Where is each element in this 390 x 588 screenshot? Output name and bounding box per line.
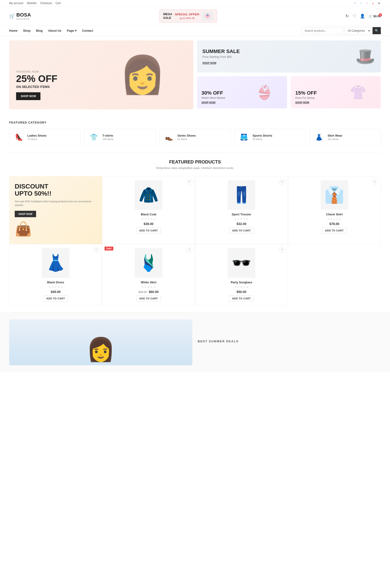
star-2: ★ [237, 217, 240, 221]
black-dress-wishlist-button[interactable]: ♡ [93, 247, 99, 253]
discount-title: DISCOUNTUPTO 50%!! [15, 183, 51, 197]
party-sunglass-add-to-cart-button[interactable]: ADD TO CART [229, 296, 254, 302]
black-coat-name: Black Coat [141, 213, 156, 216]
hero-section: 👩 TRENDING NOW 25% OFF ON SELECTED ITEMS… [0, 36, 390, 114]
discount-shop-button[interactable]: SHOP NOW [15, 211, 36, 217]
featured-products-subtitle: Temporibus class voluptatibus quae, Inte… [9, 166, 381, 170]
star-5: ★ [153, 217, 156, 221]
logo[interactable]: 🛒 BOSA SHOPPER [9, 12, 31, 20]
tshirts-info: T-shirts 155 Items [102, 134, 113, 141]
white-skirt-wishlist-button[interactable]: ♡ [186, 247, 193, 253]
sale-badge: Sale! [104, 247, 113, 250]
party-sunglass-name: Party Sunglass [231, 280, 252, 284]
top-bar: My account Wishlist Checkout Cart f t i … [0, 0, 390, 7]
summer-deals-section: 👩 BEST SUMMER DEALS [0, 313, 390, 372]
party-sunglass-wishlist-button[interactable]: ♡ [279, 247, 286, 253]
star-2: ★ [237, 285, 240, 289]
card1-figure: 👙 [242, 76, 287, 108]
star-1: ★ [327, 217, 330, 221]
skirt-wear-info: Skirt Wear 121 items [328, 134, 342, 141]
star-4: ★ [150, 285, 153, 289]
tshirts-icon: 👕 [88, 131, 100, 143]
products-grid: DISCOUNTUPTO 50%!! Get upto 50% Cashback… [9, 176, 381, 305]
nav-search: All Categories Ladies Shoes T-shirts Gen… [301, 27, 381, 35]
skirt-wear-icon: 👗 [313, 131, 325, 143]
check-shirt-name: Check Shirt [326, 213, 343, 216]
star-4: ★ [150, 217, 153, 221]
summer-sale-figure: 🎩 [355, 47, 375, 66]
special-offer-text: -SPECIAL OFFER- [174, 13, 200, 16]
search-button[interactable]: 🔍 [373, 27, 381, 34]
star-2: ★ [51, 285, 54, 289]
account-icon[interactable]: 👤 [360, 14, 365, 19]
top-bar-links: My account Wishlist Checkout Cart [9, 1, 61, 5]
summer-sale-link[interactable]: SHOP NOW [202, 62, 216, 64]
sport-trouser-add-to-cart-button[interactable]: ADD TO CART [229, 228, 254, 234]
cart-badge: 0 [379, 13, 382, 17]
star-5: ★ [246, 285, 249, 289]
tshirts-count: 155 Items [102, 138, 113, 141]
cart-link[interactable]: Cart [55, 1, 61, 5]
star-4: ★ [243, 217, 246, 221]
black-coat-wishlist-button[interactable]: ♡ [186, 179, 193, 185]
category-skirt-wear[interactable]: 👗 Skirt Wear 121 items [309, 129, 381, 145]
white-skirt-add-to-cart-button[interactable]: ADD TO CART [136, 296, 161, 302]
check-shirt-wishlist-button[interactable]: ♡ [372, 179, 378, 185]
category-ladies-shoes[interactable]: 👠 Ladies Shoes 71 Items [9, 129, 81, 145]
skirt-wear-count: 121 items [328, 138, 342, 141]
star-5: ★ [153, 285, 156, 289]
sport-trouser-name: Sport Trouser [232, 213, 251, 216]
black-coat-add-to-cart-button[interactable]: ADD TO CART [136, 228, 161, 234]
wishlist-link[interactable]: Wishlist [27, 1, 36, 5]
promo-banner[interactable]: MEGASALE -SPECIAL OFFER- up to 50% off 👘 [159, 9, 217, 23]
nav-page[interactable]: Page ▾ [67, 26, 77, 36]
search-input[interactable] [301, 27, 343, 34]
header: 🛒 BOSA SHOPPER MEGASALE -SPECIAL OFFER- … [0, 7, 390, 26]
star-5: ★ [60, 285, 63, 289]
nav-blog[interactable]: Blog [36, 26, 43, 36]
discount-figure: 👜 [15, 221, 32, 237]
star-2: ★ [144, 285, 147, 289]
gents-shoes-name: Gents Shoes [177, 134, 195, 137]
black-dress-stars: ★ ★ ★ ★ ★ [49, 285, 63, 289]
compare-icon[interactable]: ↻ [345, 14, 349, 19]
wishlist-header-icon[interactable]: ♡ [352, 14, 356, 19]
category-select[interactable]: All Categories Ladies Shoes T-shirts Gen… [344, 27, 371, 35]
menu-icon[interactable]: ☰ [377, 1, 381, 5]
gents-shoes-info: Gents Shoes 51 Items [177, 134, 195, 141]
category-tshirts[interactable]: 👕 T-shirts 155 Items [84, 129, 156, 145]
tshirts-name: T-shirts [102, 134, 113, 137]
card2-figure: 👚 [336, 76, 381, 108]
logo-brand: BOSA [16, 12, 31, 18]
hero-card-30off: 👙 30% OFF Week's Most Wanted SHOP NOW [197, 76, 287, 108]
hero-discount: 25% OFF [16, 74, 186, 83]
my-account-link[interactable]: My account [9, 1, 23, 5]
best-deals-label: BEST SUMMER DEALS [198, 340, 381, 343]
cart-button[interactable]: 🛒 0 $0.00 [369, 14, 381, 18]
category-sports-shorts[interactable]: 🩳 Sports Shorts 25 Items [234, 129, 306, 145]
nav-home[interactable]: Home [9, 26, 17, 36]
instagram-icon[interactable]: i [365, 1, 369, 5]
star-2: ★ [144, 217, 147, 221]
youtube-icon[interactable]: y [371, 1, 375, 5]
nav-links: Home Shop Blog About Us Page ▾ Contact [9, 26, 93, 36]
nav-about[interactable]: About Us [48, 26, 62, 36]
sport-trouser-wishlist-button[interactable]: ♡ [279, 179, 286, 185]
logo-sub: SHOPPER [16, 18, 31, 20]
twitter-icon[interactable]: t [359, 1, 363, 5]
ladies-shoes-count: 71 Items [27, 138, 47, 141]
checkout-link[interactable]: Checkout [40, 1, 52, 5]
check-shirt-add-to-cart-button[interactable]: ADD TO CART [322, 228, 346, 234]
ladies-shoes-name: Ladies Shoes [27, 134, 47, 137]
sports-shorts-name: Sports Shorts [252, 134, 272, 137]
star-4: ★ [57, 285, 60, 289]
nav-shop[interactable]: Shop [23, 26, 31, 36]
hero-shop-now-button[interactable]: SHOP NOW [16, 92, 41, 100]
nav-contact[interactable]: Contact [82, 26, 93, 36]
star-4: ★ [243, 285, 246, 289]
black-dress-add-to-cart-button[interactable]: ADD TO CART [44, 296, 68, 302]
category-gents-shoes[interactable]: 👞 Gents Shoes 51 Items [159, 129, 231, 145]
category-grid: 👠 Ladies Shoes 71 Items 👕 T-shirts 155 I… [9, 129, 381, 145]
summer-sale-subtitle: Price Starting From $99 [202, 55, 240, 59]
facebook-icon[interactable]: f [353, 1, 357, 5]
